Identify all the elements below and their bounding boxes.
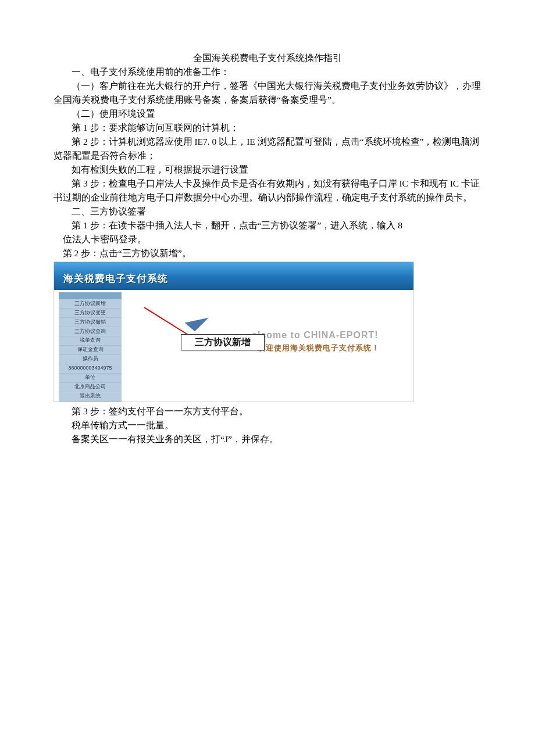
sidebar-item-logout[interactable]: 退出系统	[59, 392, 122, 402]
step-line: 第 3 步：签约支付平台一一东方支付平台。	[54, 404, 482, 418]
paragraph: 备案关区一一有报关业务的关区，打“J”，并保存。	[54, 432, 482, 446]
document-page: 全国海关税费电子支付系统操作指引 一、电子支付系统使用前的准备工作： （一）客户…	[0, 0, 535, 756]
logo-wing-icon	[185, 318, 211, 333]
paragraph: 如有检测失败的工程，可根据提示进行设置	[54, 163, 482, 177]
sidebar-item-operator-num: 860000003494975	[59, 364, 122, 374]
callout-box: 三方协议新增	[181, 334, 265, 350]
step-line: 第 2 步：计算机浏览器应使用 IE7. 0 以上，IE 浏览器配置可登陆，点击…	[54, 135, 482, 163]
section-heading: 二、三方协议签署	[54, 205, 482, 218]
app-sidebar: 三方协议新增 三方协议变更 三方协议撤销 三方协议查询 税单查询 保证金查询 操…	[59, 292, 122, 402]
app-screenshot: 海关税费电子支付系统 三方协议新增 三方协议变更 三方协议撤销 三方协议查询 税…	[54, 261, 414, 402]
sidebar-item-revoke-agreement[interactable]: 三方协议撤销	[59, 318, 122, 327]
paragraph: （一）客户前往在光大银行的开户行，签署《中国光大银行海关税费电子支付业务效劳协议…	[54, 79, 482, 107]
app-body: 三方协议新增 三方协议变更 三方协议撤销 三方协议查询 税单查询 保证金查询 操…	[54, 290, 413, 402]
app-content: elcome to CHINA-EPORT! 欢迎使用海关税费电子支付系统！ 三…	[130, 290, 413, 402]
text-run: 第 3 步：检查电子口岸法人卡及操作员卡是否在有效期内，如没有获得电子口岸 IC…	[54, 178, 480, 202]
sidebar-item-change-agreement[interactable]: 三方协议变更	[59, 309, 122, 318]
section-heading: 一、电子支付系统使用前的准备工作：	[54, 65, 482, 79]
app-header-band: 海关税费电子支付系统	[54, 262, 413, 290]
step-line: 第 3 步：检查电子口岸法人卡及操作员卡是否在有效期内，如没有获得电子口岸 IC…	[54, 177, 482, 205]
sidebar-cap	[59, 292, 122, 299]
paragraph: （二）使用环境设置	[54, 107, 482, 121]
text-run: 第 2 步：计算机浏览器应使用 IE7. 0 以上，IE 浏览器配置可登陆，点击…	[54, 137, 479, 160]
sidebar-item-operator-label: 操作员	[59, 355, 122, 364]
svg-line-0	[144, 307, 191, 336]
sidebar-item-query-agreement[interactable]: 三方协议查询	[59, 327, 122, 336]
sidebar-item-deposit-query[interactable]: 保证金查询	[59, 346, 122, 355]
sidebar-item-add-agreement[interactable]: 三方协议新增	[59, 299, 122, 309]
welcome-subheading: 欢迎使用海关税费电子支付系统！	[258, 342, 380, 354]
step-line: 第 1 步：在读卡器中插入法人卡，翻开，点击“三方协议签署”，进入系统，输入 8	[54, 218, 482, 232]
paragraph: 税单传输方式一一批量。	[54, 418, 482, 432]
app-header-title: 海关税费电子支付系统	[63, 271, 168, 286]
sidebar-item-tax-query[interactable]: 税单查询	[59, 336, 122, 346]
step-line: 第 2 步：点击“三方协议新增”。	[54, 246, 482, 260]
step-line: 第 1 步：要求能够访问互联网的计算机；	[54, 121, 482, 135]
text-run: （一）客户前往在光大银行的开户行，签署《中国光大银行海关税费电子支付业务效劳协议…	[54, 81, 481, 105]
page-title: 全国海关税费电子支付系统操作指引	[54, 51, 482, 65]
welcome-heading: elcome to CHINA-EPORT!	[252, 328, 379, 343]
sidebar-item-company-label: 单位	[59, 374, 122, 383]
sidebar-item-company-name: 北京商品公司	[59, 383, 122, 392]
step-line-cont: 位法人卡密码登录。	[54, 232, 482, 246]
callout-label: 三方协议新增	[195, 335, 251, 350]
